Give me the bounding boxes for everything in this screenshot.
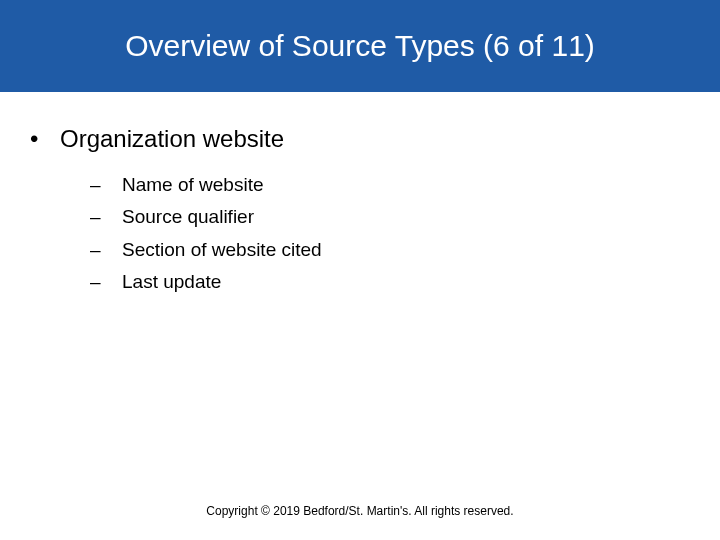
sub-list: – Name of website – Source qualifier – S… [30,172,700,296]
bullet-dot-icon: • [30,122,60,156]
bullet-level-1: • Organization website [30,122,700,156]
content-area: • Organization website – Name of website… [0,92,720,296]
dash-icon: – [90,237,122,264]
list-item: – Name of website [90,172,700,199]
list-item: – Section of website cited [90,237,700,264]
list-item-text: Name of website [122,172,264,199]
list-item-text: Section of website cited [122,237,322,264]
copyright-footer: Copyright © 2019 Bedford/St. Martin's. A… [0,504,720,518]
slide-title: Overview of Source Types (6 of 11) [125,29,595,63]
list-item: – Last update [90,269,700,296]
list-item-text: Last update [122,269,221,296]
title-band: Overview of Source Types (6 of 11) [0,0,720,92]
list-item: – Source qualifier [90,204,700,231]
list-item-text: Source qualifier [122,204,254,231]
bullet-level-1-text: Organization website [60,122,284,156]
dash-icon: – [90,172,122,199]
dash-icon: – [90,204,122,231]
dash-icon: – [90,269,122,296]
